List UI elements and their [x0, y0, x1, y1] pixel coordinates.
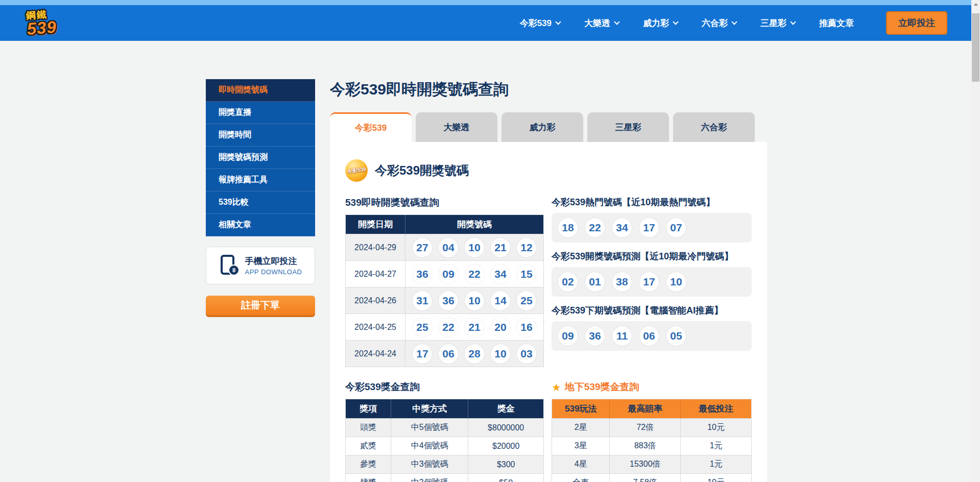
tab-mark6[interactable]: 六合彩 [673, 112, 755, 142]
underground-title-text: 地下539獎金查詢 [565, 380, 639, 394]
sidebar-item-draw-times[interactable]: 開獎時間 [206, 124, 315, 147]
table-row: 3星 883倍 1元 [552, 437, 752, 455]
table-row: 2024-04-29 27 04 10 21 12 [346, 234, 544, 261]
min-bet: 1元 [681, 455, 752, 474]
draw-numbers: 27 04 10 21 12 [405, 238, 543, 257]
register-order-button[interactable]: 註冊下單 [206, 296, 315, 317]
draw-date: 2024-04-29 [346, 234, 405, 261]
table-row: 2024-04-25 25 22 21 20 16 [346, 314, 544, 341]
table-row: 2024-04-27 36 09 22 34 15 [346, 261, 544, 287]
number-ball: 10 [465, 291, 484, 310]
content-card: 今彩539 今彩539開獎號碼 539即時開獎號碼查詢 開獎日期 開獎號碼 [330, 142, 767, 482]
app-download-card[interactable]: 8 手機立即投注 APP DOWNLOAD [206, 247, 315, 284]
cold-numbers-box: 02 01 38 17 10 [552, 267, 752, 297]
number-ball: 21 [491, 238, 510, 257]
number-ball: 10 [465, 238, 484, 257]
chevron-down-icon [731, 19, 737, 25]
max-odds: 883倍 [610, 437, 681, 455]
prize-amount: $300 [468, 455, 544, 474]
draw-numbers: 25 22 21 20 16 [405, 318, 543, 337]
prize-section: 今彩539獎金查詢 獎項 中獎方式 獎金 頭獎 中 [345, 380, 544, 482]
tab-lotto649[interactable]: 大樂透 [416, 112, 497, 142]
hot-numbers-title: 今彩539熱門號碼【近10期最熱門號碼】 [552, 196, 752, 208]
table-row: 2024-04-26 31 36 10 14 25 [346, 287, 544, 314]
ball-icon-text: 今彩539 [347, 166, 366, 176]
site-logo[interactable]: 鋼鐵 539 [26, 9, 57, 37]
number-ball: 36 [439, 291, 458, 310]
nav-item-articles[interactable]: 推薦文章 [819, 17, 854, 29]
card-heading: 今彩539開獎號碼 [375, 162, 469, 179]
table-row: 2024-04-24 17 06 28 10 03 [346, 341, 544, 367]
draw-numbers: 31 36 10 14 25 [405, 291, 543, 310]
number-ball: 09 [439, 264, 458, 284]
min-bet: 1元 [681, 437, 752, 455]
ai-prediction-box: 09 36 11 06 05 [552, 321, 752, 351]
lottery-tabs: 今彩539 大樂透 威力彩 三星彩 六合彩 [330, 112, 767, 142]
prize-tier: 肆獎 [346, 474, 391, 482]
page-layout: 即時開獎號碼 開獎直播 開獎時間 開獎號碼預測 報牌推薦工具 539比較 相關文… [0, 41, 980, 482]
table-row: 貳獎 中4個號碼 $20000 [346, 437, 544, 455]
sidebar-item-prediction[interactable]: 開獎號碼預測 [206, 147, 315, 169]
nav-item-superlotto[interactable]: 威力彩 [643, 17, 678, 29]
sidebar-item-related-articles[interactable]: 相關文章 [206, 214, 315, 236]
number-ball: 17 [639, 218, 659, 237]
number-ball: 34 [612, 218, 632, 237]
ai-prediction-title: 今彩539下期號碼預測【電腦智能AI推薦】 [552, 304, 752, 317]
scroll-up-arrow-icon [974, 1, 978, 6]
prize-tier: 頭獎 [346, 419, 391, 437]
nav-label: 三星彩 [760, 17, 786, 29]
sidebar: 即時開獎號碼 開獎直播 開獎時間 開獎號碼預測 報牌推薦工具 539比較 相關文… [206, 79, 315, 317]
number-ball: 11 [612, 326, 632, 346]
draw-results-table: 開獎日期 開獎號碼 2024-04-29 27 04 10 [345, 214, 544, 367]
nav-item-mark6[interactable]: 六合彩 [702, 17, 736, 29]
chevron-down-icon [555, 19, 561, 25]
sidebar-item-live-numbers[interactable]: 即時開獎號碼 [206, 79, 315, 102]
nav-item-lotto649[interactable]: 大樂透 [584, 17, 619, 29]
playtype: 2星 [552, 419, 610, 437]
col-header-playtype: 539玩法 [552, 399, 610, 419]
number-ball: 20 [491, 318, 510, 337]
number-ball: 09 [558, 326, 578, 346]
tab-539[interactable]: 今彩539 [330, 112, 412, 142]
number-ball: 21 [465, 318, 484, 337]
table-header-row: 539玩法 最高賠率 最低投注 [552, 399, 752, 419]
prize-method: 中5個號碼 [391, 419, 468, 437]
scrollbar-up-button[interactable] [971, 0, 980, 9]
app-card-text: 手機立即投注 APP DOWNLOAD [245, 255, 302, 276]
underground-table: 539玩法 最高賠率 最低投注 2星 72倍 10元 [552, 399, 752, 482]
bet-now-button[interactable]: 立即投注 [886, 11, 947, 35]
number-ball: 36 [413, 264, 432, 284]
card-heading-row: 今彩539 今彩539開獎號碼 [345, 159, 752, 182]
number-ball: 16 [517, 318, 536, 337]
col-header-min-bet: 最低投注 [681, 399, 752, 419]
nav-item-3stars[interactable]: 三星彩 [760, 17, 795, 29]
number-ball: 18 [558, 218, 578, 237]
sidebar-item-live-stream[interactable]: 開獎直播 [206, 102, 315, 124]
main-navbar: 鋼鐵 539 今彩539 大樂透 威力彩 六合彩 三星彩 推薦文章 立即投注 [0, 5, 980, 41]
scrollbar-thumb[interactable] [972, 13, 979, 82]
top-grid: 539即時開獎號碼查詢 開獎日期 開獎號碼 2024-04-29 [345, 196, 752, 367]
nav-item-539[interactable]: 今彩539 [520, 17, 560, 29]
number-ball: 12 [517, 238, 536, 257]
number-ball: 01 [585, 272, 605, 292]
number-ball: 25 [517, 291, 536, 310]
nav-label: 六合彩 [702, 17, 728, 29]
number-ball: 06 [639, 326, 659, 346]
sidebar-item-tip-tools[interactable]: 報牌推薦工具 [206, 169, 315, 191]
prize-amount: $20000 [468, 437, 544, 455]
playtype: 3星 [552, 437, 610, 455]
scrollbar [971, 0, 980, 482]
col-header-method: 中獎方式 [391, 399, 468, 419]
prize-amount: $8000000 [468, 419, 544, 437]
col-header-date: 開獎日期 [346, 215, 405, 234]
draw-table-title: 539即時開獎號碼查詢 [345, 196, 544, 209]
tab-3stars[interactable]: 三星彩 [587, 112, 669, 142]
tab-superlotto[interactable]: 威力彩 [501, 112, 583, 142]
table-row: 肆獎 中2個號碼 $50 [346, 474, 544, 482]
number-ball: 14 [491, 291, 510, 310]
hot-numbers-box: 18 22 34 17 07 [552, 213, 752, 243]
number-ball: 10 [666, 272, 686, 292]
table-row: 4星 15300倍 1元 [552, 455, 752, 474]
sidebar-item-539-compare[interactable]: 539比較 [206, 191, 315, 214]
draw-results-section: 539即時開獎號碼查詢 開獎日期 開獎號碼 2024-04-29 [345, 196, 544, 367]
